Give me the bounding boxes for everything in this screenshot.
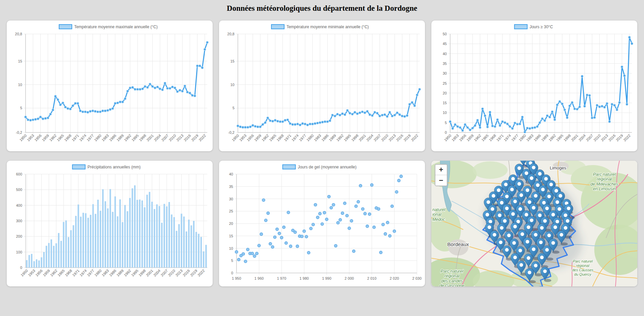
svg-text:2016: 2016 xyxy=(182,269,191,277)
svg-text:1971: 1971 xyxy=(496,133,504,142)
svg-text:1968: 1968 xyxy=(63,133,72,142)
svg-text:1989: 1989 xyxy=(116,133,125,142)
svg-text:2 010: 2 010 xyxy=(367,276,377,280)
svg-text:2022: 2022 xyxy=(197,269,206,277)
svg-text:2016: 2016 xyxy=(183,133,192,142)
svg-text:2001: 2001 xyxy=(146,133,155,142)
svg-text:1998: 1998 xyxy=(138,269,146,277)
svg-text:2001: 2001 xyxy=(570,133,579,142)
svg-text:15: 15 xyxy=(18,59,22,63)
svg-text:1995: 1995 xyxy=(343,133,352,142)
svg-text:1977: 1977 xyxy=(86,269,95,277)
svg-text:0: 0 xyxy=(231,271,233,275)
svg-text:1959: 1959 xyxy=(253,133,262,142)
map-park-label: Parc naturelrégionalde Millevachesen Lim… xyxy=(591,172,618,192)
map-city-label: Bordeaux xyxy=(447,241,469,247)
svg-text:1968: 1968 xyxy=(488,133,497,142)
svg-text:2001: 2001 xyxy=(358,133,367,142)
svg-text:1983: 1983 xyxy=(313,133,322,142)
svg-text:-0,2: -0,2 xyxy=(16,130,22,134)
svg-text:10: 10 xyxy=(229,246,233,250)
svg-text:1986: 1986 xyxy=(108,133,117,142)
svg-text:1950: 1950 xyxy=(19,133,28,142)
svg-text:1962: 1962 xyxy=(49,269,58,277)
svg-text:1965: 1965 xyxy=(481,133,489,142)
page-title: Données météorologiques du département d… xyxy=(0,0,644,16)
chart-card-jours-30: 5045403530252015105019501953195619591962… xyxy=(431,21,637,151)
svg-text:5: 5 xyxy=(232,106,234,110)
svg-text:0: 0 xyxy=(20,266,22,270)
svg-text:2004: 2004 xyxy=(153,269,161,277)
svg-text:2016: 2016 xyxy=(608,133,616,142)
svg-text:1971: 1971 xyxy=(71,133,80,142)
svg-text:5: 5 xyxy=(231,259,233,263)
svg-text:1959: 1959 xyxy=(466,133,474,142)
chart-temp-min-canvas: 20,815105-0,2195019531956195919621965196… xyxy=(219,21,425,151)
svg-text:1983: 1983 xyxy=(101,269,110,277)
svg-text:0: 0 xyxy=(445,130,447,134)
svg-text:2013: 2013 xyxy=(176,133,184,142)
svg-text:2022: 2022 xyxy=(198,133,207,142)
svg-text:300: 300 xyxy=(16,219,22,223)
map-park-label: Parc naturelrégionaldes Caussesdu Quercy xyxy=(572,259,594,276)
chart-card-precipitations: 6005004003002001000195019531956195919621… xyxy=(7,161,213,286)
svg-text:Température moyenne minimale a: Température moyenne minimale annuelle (°… xyxy=(287,25,369,29)
svg-text:1983: 1983 xyxy=(525,133,534,142)
svg-text:1 950: 1 950 xyxy=(232,276,241,280)
svg-text:1992: 1992 xyxy=(123,133,132,142)
svg-text:1971: 1971 xyxy=(283,133,292,142)
svg-text:45: 45 xyxy=(443,42,447,46)
svg-text:1953: 1953 xyxy=(451,133,460,142)
svg-text:1950: 1950 xyxy=(443,133,452,142)
svg-text:1989: 1989 xyxy=(116,269,124,277)
chart-card-jours-gel: 40353025201510501 9501 9601 9701 9801 99… xyxy=(219,161,425,286)
svg-text:2007: 2007 xyxy=(585,133,594,142)
svg-text:25: 25 xyxy=(229,209,233,213)
svg-text:2 020: 2 020 xyxy=(390,276,399,280)
svg-text:1995: 1995 xyxy=(131,133,139,142)
svg-text:1974: 1974 xyxy=(503,133,512,142)
svg-text:1 990: 1 990 xyxy=(322,276,332,280)
svg-text:200: 200 xyxy=(16,234,22,238)
svg-text:5: 5 xyxy=(20,106,22,110)
svg-text:Jours ≥ 30°C: Jours ≥ 30°C xyxy=(529,25,553,29)
svg-text:1965: 1965 xyxy=(57,269,66,277)
svg-text:1956: 1956 xyxy=(34,133,42,142)
svg-text:1998: 1998 xyxy=(563,133,571,142)
svg-text:1989: 1989 xyxy=(328,133,337,142)
svg-text:1 970: 1 970 xyxy=(277,276,286,280)
map[interactable]: LimogesBordeauxParc naturelrégionalde Mi… xyxy=(431,161,637,286)
svg-text:40: 40 xyxy=(229,172,233,176)
svg-text:20,8: 20,8 xyxy=(15,32,22,36)
svg-text:2013: 2013 xyxy=(388,133,397,142)
map-zoom-in-button[interactable]: + xyxy=(435,165,447,175)
svg-text:2004: 2004 xyxy=(366,133,374,142)
svg-text:1965: 1965 xyxy=(56,133,65,142)
svg-text:1995: 1995 xyxy=(130,269,139,277)
svg-text:-0,2: -0,2 xyxy=(228,130,234,134)
svg-text:100: 100 xyxy=(16,250,22,254)
svg-text:2010: 2010 xyxy=(168,133,177,142)
svg-text:Jours de gel (moyenne annuelle: Jours de gel (moyenne annuelle) xyxy=(298,165,356,169)
svg-text:2 000: 2 000 xyxy=(345,276,354,280)
svg-text:1992: 1992 xyxy=(336,133,344,142)
svg-text:2007: 2007 xyxy=(161,133,169,142)
svg-text:1965: 1965 xyxy=(268,133,277,142)
svg-text:1977: 1977 xyxy=(298,133,307,142)
svg-text:Température moyenne maximale a: Température moyenne maximale annuelle (°… xyxy=(74,25,158,29)
svg-text:20: 20 xyxy=(229,222,233,226)
svg-text:1971: 1971 xyxy=(72,269,80,277)
svg-text:25: 25 xyxy=(443,81,447,85)
map-zoom-out-button[interactable]: − xyxy=(435,175,447,186)
svg-text:30: 30 xyxy=(443,71,447,75)
svg-text:1950: 1950 xyxy=(20,269,29,277)
svg-text:35: 35 xyxy=(229,185,233,189)
svg-text:50: 50 xyxy=(443,32,447,36)
svg-text:1986: 1986 xyxy=(108,269,117,277)
chart-jours-gel-canvas: 40353025201510501 9501 9601 9701 9801 99… xyxy=(219,161,425,286)
svg-text:2019: 2019 xyxy=(189,269,198,277)
map-zoom-control: + − xyxy=(435,164,447,186)
svg-text:20: 20 xyxy=(443,91,447,95)
chart-card-temp-min: 20,815105-0,2195019531956195919621965196… xyxy=(219,21,425,151)
svg-text:2013: 2013 xyxy=(600,133,609,142)
